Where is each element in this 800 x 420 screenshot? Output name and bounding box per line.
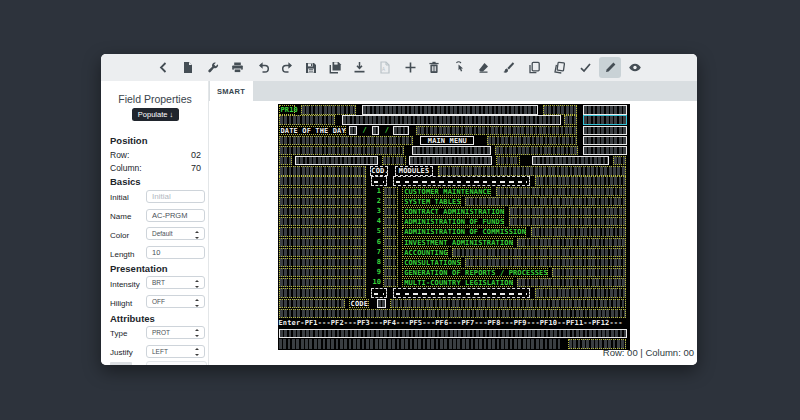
save-button[interactable] bbox=[300, 57, 322, 78]
terminal-field-w[interactable] bbox=[409, 156, 493, 165]
terminal-field-g[interactable]: ADMINISTRATION OF COMMISSION bbox=[402, 227, 526, 236]
terminal-field-d[interactable] bbox=[279, 268, 366, 277]
terminal-field-d[interactable] bbox=[465, 197, 626, 206]
terminal-field-w[interactable] bbox=[295, 156, 379, 165]
terminal-field-cb[interactable] bbox=[279, 339, 562, 348]
terminal-field-d[interactable] bbox=[535, 288, 626, 297]
terminal-field-g[interactable]: CONTRACT ADMINISTRATION bbox=[402, 207, 504, 216]
terminal-field-d[interactable] bbox=[301, 105, 356, 114]
terminal-field-d[interactable] bbox=[279, 136, 414, 145]
terminal-field-d[interactable] bbox=[279, 115, 336, 124]
clipped-field-select[interactable] bbox=[146, 361, 207, 365]
terminal-screen[interactable]: PR10DATE OF THE DAY//MAIN MENUCOD.MODULE… bbox=[278, 104, 631, 350]
terminal-field-d[interactable] bbox=[531, 227, 627, 236]
terminal-field-d[interactable] bbox=[279, 248, 366, 257]
terminal-field-d[interactable] bbox=[279, 258, 366, 267]
terminal-field-dl[interactable] bbox=[393, 288, 530, 297]
terminal-field-w[interactable] bbox=[349, 126, 357, 135]
terminal-field-d[interactable] bbox=[279, 176, 366, 185]
file-pdf-button[interactable]: A bbox=[374, 57, 396, 78]
terminal-field-gn[interactable]: 10 bbox=[372, 278, 382, 287]
terminal-field-d[interactable] bbox=[383, 217, 397, 226]
terminal-field-wtd[interactable]: CODE bbox=[349, 299, 369, 308]
delete-button[interactable] bbox=[423, 57, 445, 78]
terminal-field-d[interactable] bbox=[279, 207, 366, 216]
terminal-field-d[interactable] bbox=[279, 166, 366, 175]
name-input[interactable]: AC-PRGM bbox=[146, 209, 205, 222]
populate-button[interactable]: Populate↓ bbox=[132, 108, 179, 121]
terminal-field-dl[interactable] bbox=[371, 176, 387, 185]
terminal-field-w[interactable] bbox=[279, 329, 628, 338]
terminal-field-d[interactable] bbox=[383, 258, 397, 267]
terminal-field-gn[interactable]: 6 bbox=[372, 238, 382, 247]
terminal-field-w[interactable] bbox=[377, 299, 386, 308]
terminal-field-d[interactable] bbox=[496, 156, 520, 165]
add-button[interactable] bbox=[399, 57, 421, 78]
terminal-field-g[interactable]: CUSTOMER MAINTENANCE bbox=[402, 187, 491, 196]
terminal-field-gn[interactable]: / bbox=[361, 126, 367, 135]
terminal-field-gn[interactable]: 2 bbox=[372, 197, 382, 206]
terminal-field-gn[interactable]: 1 bbox=[372, 187, 382, 196]
terminal-field-g[interactable]: ADMINISTRATION OF FUNDS bbox=[402, 217, 504, 226]
terminal-field-d[interactable] bbox=[517, 278, 626, 287]
terminal-field-wt[interactable]: Enter-PF1---PF2---PF3---PF4---PF5---PF6-… bbox=[279, 319, 627, 328]
terminal-field-d[interactable] bbox=[495, 146, 578, 155]
terminal-field-d[interactable] bbox=[452, 248, 626, 257]
terminal-field-wtd[interactable]: DATE OF THE DAY bbox=[279, 126, 346, 135]
terminal-field-gn[interactable]: 5 bbox=[372, 227, 382, 236]
terminal-field-d[interactable] bbox=[509, 217, 627, 226]
terminal-field-gn[interactable]: 7 bbox=[372, 248, 382, 257]
eraser-button[interactable] bbox=[472, 57, 494, 78]
terminal-field-w[interactable] bbox=[583, 136, 627, 145]
terminal-field-d[interactable] bbox=[383, 248, 397, 257]
check-button[interactable] bbox=[574, 57, 596, 78]
export-button[interactable] bbox=[348, 57, 370, 78]
intensity-select[interactable]: BRT bbox=[146, 276, 205, 289]
terminal-field-w[interactable] bbox=[583, 146, 627, 155]
terminal-field-w[interactable] bbox=[362, 105, 539, 114]
terminal-field-gn[interactable]: / bbox=[383, 126, 389, 135]
save-all-button[interactable] bbox=[324, 57, 346, 78]
terminal-field-d[interactable] bbox=[279, 146, 404, 155]
terminal-field-d[interactable] bbox=[279, 278, 366, 287]
terminal-field-g[interactable]: PR10 bbox=[279, 105, 296, 114]
length-input[interactable]: 10 bbox=[146, 246, 205, 259]
pointer-button[interactable] bbox=[448, 57, 470, 78]
terminal-field-w[interactable] bbox=[583, 126, 627, 135]
terminal-field-wd[interactable]: MODULES bbox=[395, 166, 434, 175]
terminal-field-gn[interactable]: 8 bbox=[372, 258, 382, 267]
terminal-field-g[interactable]: GENERATION OF REPORTS / PROCESSES bbox=[402, 268, 548, 277]
type-select[interactable]: PROT bbox=[146, 326, 205, 339]
terminal-field-gn[interactable]: 9 bbox=[372, 268, 382, 277]
copy-button[interactable] bbox=[523, 57, 545, 78]
terminal-field-wb[interactable]: MAIN MENU bbox=[420, 136, 474, 145]
terminal-field-d[interactable] bbox=[279, 217, 366, 226]
terminal-field-g[interactable]: CONSULTATIONS bbox=[402, 258, 461, 267]
terminal-field-d[interactable] bbox=[279, 227, 366, 236]
terminal-field-d[interactable] bbox=[383, 238, 397, 247]
justify-select[interactable]: LEFT bbox=[146, 345, 205, 358]
terminal-field-cy[interactable] bbox=[583, 115, 627, 124]
terminal-field-d[interactable] bbox=[383, 227, 397, 236]
terminal-field-d[interactable] bbox=[613, 156, 626, 165]
terminal-field-g[interactable]: MULTI-COUNTRY LEGISLATION bbox=[402, 278, 513, 287]
terminal-field-g[interactable]: ACCOUNTING bbox=[402, 248, 448, 257]
pencil-button[interactable] bbox=[599, 57, 621, 78]
terminal-field-dl[interactable] bbox=[371, 288, 387, 297]
terminal-field-d[interactable] bbox=[543, 105, 577, 114]
terminal-field-d[interactable] bbox=[279, 288, 366, 297]
terminal-field-d[interactable] bbox=[279, 187, 366, 196]
terminal-field-d[interactable] bbox=[564, 115, 577, 124]
terminal-field-d[interactable] bbox=[390, 299, 626, 308]
terminal-field-wd[interactable]: COD. bbox=[370, 166, 388, 175]
terminal-field-d[interactable] bbox=[535, 176, 626, 185]
terminal-field-w[interactable] bbox=[372, 126, 380, 135]
brush-button[interactable] bbox=[497, 57, 519, 78]
terminal-field-d[interactable] bbox=[383, 197, 397, 206]
terminal-field-d[interactable] bbox=[383, 268, 397, 277]
terminal-field-d[interactable] bbox=[487, 136, 577, 145]
terminal-field-w[interactable] bbox=[342, 115, 561, 124]
terminal-field-g[interactable]: INVESTMENT ADMINISTRATION bbox=[402, 238, 513, 247]
terminal-field-w[interactable] bbox=[412, 146, 491, 155]
tab-smart[interactable]: SMART bbox=[210, 81, 253, 101]
